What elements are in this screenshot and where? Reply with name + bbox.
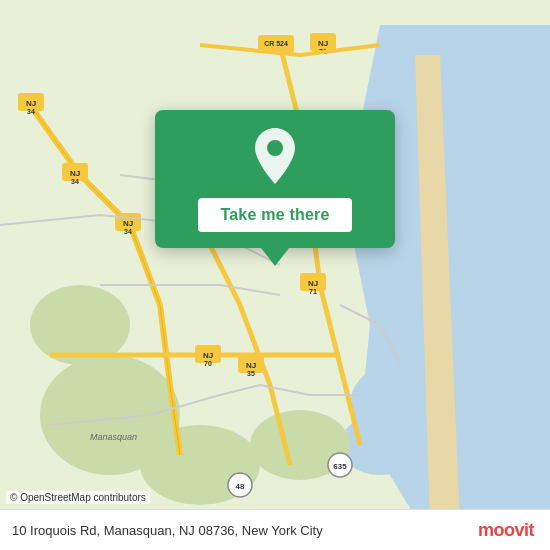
moovit-logo: moovit xyxy=(478,518,538,542)
svg-text:CR 524: CR 524 xyxy=(264,40,288,47)
osm-attribution: © OpenStreetMap contributors xyxy=(6,491,150,504)
map-background: NJ 34 NJ 34 NJ 34 NJ 71 NJ 71 NJ 35 NJ 7… xyxy=(0,0,550,550)
svg-text:34: 34 xyxy=(124,228,132,235)
svg-text:NJ: NJ xyxy=(26,99,36,108)
take-me-there-button[interactable]: Take me there xyxy=(198,198,351,232)
svg-text:NJ: NJ xyxy=(318,39,328,48)
svg-text:635: 635 xyxy=(333,462,347,471)
osm-text: © OpenStreetMap contributors xyxy=(10,492,146,503)
bottom-bar: 10 Iroquois Rd, Manasquan, NJ 08736, New… xyxy=(0,509,550,550)
svg-text:34: 34 xyxy=(71,178,79,185)
svg-text:70: 70 xyxy=(204,360,212,367)
svg-text:34: 34 xyxy=(27,108,35,115)
moovit-logo-svg: moovit xyxy=(478,518,538,542)
svg-text:NJ: NJ xyxy=(70,169,80,178)
svg-text:NJ: NJ xyxy=(203,351,213,360)
map-container: NJ 34 NJ 34 NJ 34 NJ 71 NJ 71 NJ 35 NJ 7… xyxy=(0,0,550,550)
svg-text:NJ: NJ xyxy=(123,219,133,228)
map-pin-icon xyxy=(248,128,302,188)
svg-text:NJ: NJ xyxy=(308,279,318,288)
address-text: 10 Iroquois Rd, Manasquan, NJ 08736, New… xyxy=(12,523,478,538)
location-card: Take me there xyxy=(155,110,395,248)
svg-text:moovit: moovit xyxy=(478,520,535,540)
svg-text:48: 48 xyxy=(236,482,245,491)
svg-text:Manasquan: Manasquan xyxy=(90,432,137,442)
svg-text:NJ: NJ xyxy=(246,361,256,370)
svg-point-37 xyxy=(267,140,283,156)
svg-text:71: 71 xyxy=(309,288,317,295)
svg-text:35: 35 xyxy=(247,370,255,377)
